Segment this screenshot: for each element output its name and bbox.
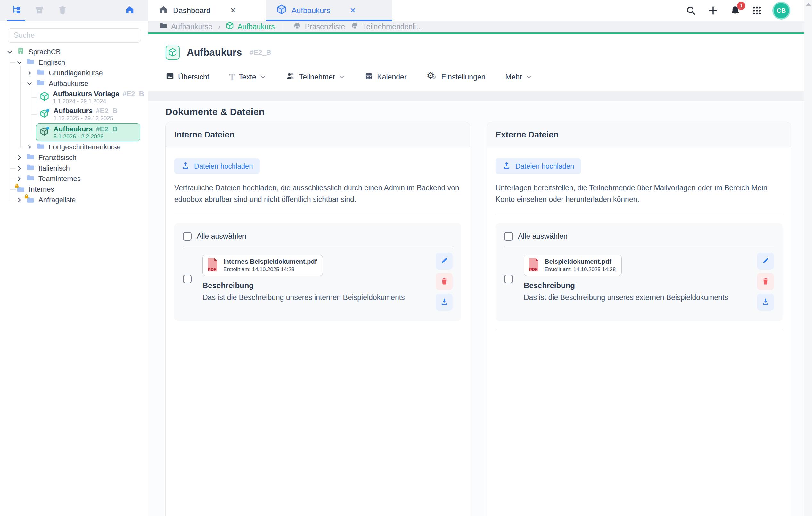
page-title: Aufbaukurs <box>187 47 242 58</box>
upload-icon <box>181 161 190 171</box>
print-tab-teilnehmendenliste[interactable]: Teilnehmendenli… <box>351 22 423 32</box>
download-file-button[interactable] <box>436 294 453 310</box>
tree-item-grundlagenkurse[interactable]: Grundlagenkurse <box>0 67 148 78</box>
print-tab-praesenzliste[interactable]: Präsenzliste <box>293 22 345 32</box>
notifications-bell-icon[interactable]: 1 <box>730 5 740 16</box>
internal-files-card: Interne Dateien Dateien hochladen Vertra… <box>165 122 470 516</box>
file-actions <box>436 252 453 310</box>
notification-badge: 1 <box>737 2 745 10</box>
breadcrumb-separator: › <box>218 23 221 31</box>
svg-text:PDF: PDF <box>208 267 216 272</box>
tree-item-label: Fortgeschrittenenkurse <box>49 143 121 151</box>
tree-item-englisch[interactable]: Englisch <box>0 57 148 67</box>
divider <box>495 328 783 329</box>
app-window: Dashboard ✕ Aufbaukurs ✕ 1 <box>0 0 812 516</box>
delete-file-button[interactable] <box>436 273 453 290</box>
documents-section: Dokumente & Dateien Interne Dateien Date… <box>148 101 804 516</box>
breadcrumb-current[interactable]: Aufbaukurs <box>226 22 274 32</box>
add-icon[interactable] <box>707 5 719 16</box>
file-row: PDF Beispieldokument.pdf Erstellt am: 14… <box>504 255 774 302</box>
folder-icon <box>36 69 45 78</box>
close-tab-icon[interactable]: ✕ <box>230 6 236 15</box>
file-description: Das ist die Beschreibung unseres interne… <box>202 293 405 302</box>
download-file-button[interactable] <box>757 294 774 310</box>
tree-item-aufbaukurs-2026-selected[interactable]: Aufbaukurs#E2_B 5.1.2026 - 2.2.2026 <box>36 124 140 141</box>
tab-teilnehmer[interactable]: Teilnehmer <box>286 71 345 83</box>
tree-item-teaminternes[interactable]: Teaminternes <box>0 173 148 184</box>
tree-item-aufbaukurs-vorlage[interactable]: Aufbaukurs Vorlage#E2_B 1.1.2024 - 29.1.… <box>0 89 148 106</box>
tree-item-italienisch[interactable]: Italienisch <box>0 163 148 173</box>
tree-item-anfrageliste[interactable]: Anfrageliste <box>0 194 148 205</box>
main-content: Aufbaukurs #E2_B Übersicht T Texte Teiln… <box>148 34 804 516</box>
file-chip[interactable]: PDF Beispieldokument.pdf Erstellt am: 14… <box>524 255 622 276</box>
chevron-right-icon[interactable] <box>16 175 22 182</box>
chevron-down-icon <box>526 74 532 80</box>
file-checkbox[interactable] <box>183 275 192 283</box>
tree-item-label: Italienisch <box>38 164 70 172</box>
chevron-down-icon[interactable] <box>6 49 13 55</box>
course-id: #E2_B <box>122 90 144 98</box>
tab-kalender[interactable]: Kalender <box>365 72 406 82</box>
edit-file-button[interactable] <box>436 252 453 270</box>
divider <box>183 246 453 246</box>
locked-folder-icon <box>26 196 35 203</box>
chevron-right-icon[interactable] <box>16 197 22 203</box>
folder-icon <box>160 22 167 31</box>
pdf-file-icon: PDF <box>528 258 540 273</box>
course-dates: 1.12.2025 - 29.12.2025 <box>54 115 118 121</box>
upload-icon <box>502 161 511 171</box>
tree-item-aufbaukurs-2025[interactable]: Aufbaukurs#E2_B 1.12.2025 - 29.12.2025 <box>0 106 148 123</box>
sidebar-search-input[interactable] <box>8 28 141 43</box>
course-header: Aufbaukurs #E2_B Übersicht T Texte Teiln… <box>148 34 804 84</box>
search-icon[interactable] <box>686 5 696 16</box>
tree-item-internes[interactable]: Internes <box>0 184 148 194</box>
archive-tool-button[interactable] <box>35 0 44 21</box>
file-name: Beispieldokument.pdf <box>545 258 616 265</box>
chevron-right-icon[interactable] <box>16 155 22 161</box>
chevron-right-icon[interactable] <box>16 165 22 171</box>
upload-files-button[interactable]: Dateien hochladen <box>495 158 581 174</box>
file-checkbox[interactable] <box>504 275 513 283</box>
chevron-down-icon[interactable] <box>16 59 22 66</box>
breadcrumb-divider <box>284 23 284 31</box>
tab-aufbaukurs[interactable]: Aufbaukurs ✕ <box>266 0 393 21</box>
close-tab-icon[interactable]: ✕ <box>349 6 356 15</box>
home-tool-button[interactable] <box>125 0 135 21</box>
course-cube-icon <box>40 109 50 120</box>
tree-item-aufbaukurse[interactable]: Aufbaukurse <box>0 78 148 89</box>
avatar[interactable]: CB <box>774 3 789 18</box>
edit-file-button[interactable] <box>757 252 774 270</box>
apps-grid-icon[interactable] <box>752 5 762 16</box>
folder-icon <box>26 58 35 67</box>
overview-icon <box>166 72 174 82</box>
scroll-up-arrow-icon[interactable] <box>806 3 811 6</box>
select-all-checkbox[interactable] <box>504 232 513 241</box>
calendar-icon <box>365 72 373 82</box>
tree-view-tool-button[interactable] <box>11 0 21 21</box>
lock-icon <box>14 183 19 188</box>
tab-einstellungen[interactable]: ⚙⚙ Einstellungen <box>426 72 485 82</box>
chevron-down-icon[interactable] <box>26 80 33 87</box>
divider <box>495 215 783 215</box>
tree-item-label: SprachCB <box>29 48 61 56</box>
scrollbar[interactable] <box>804 0 812 516</box>
upload-files-button[interactable]: Dateien hochladen <box>174 158 260 174</box>
trash-tool-button[interactable] <box>58 0 67 21</box>
breadcrumb-folder[interactable]: Aufbaukurse <box>160 22 212 31</box>
tree-item-fortgeschrittenenkurse[interactable]: Fortgeschrittenenkurse <box>0 142 148 152</box>
participants-icon <box>286 71 295 83</box>
chevron-right-icon[interactable] <box>26 144 33 150</box>
chevron-right-icon[interactable] <box>26 70 33 76</box>
tab-texte[interactable]: T Texte <box>229 72 266 82</box>
tab-uebersicht[interactable]: Übersicht <box>166 72 209 82</box>
card-description: Unterlagen bereitstellen, die Teilnehmen… <box>495 182 783 205</box>
tree-item-sprachcb[interactable]: SprachCB <box>0 47 148 57</box>
tab-mehr[interactable]: Mehr <box>505 73 532 81</box>
tab-dashboard[interactable]: Dashboard ✕ <box>148 0 266 21</box>
file-chip[interactable]: PDF Internes Beispieldokument.pdf Erstel… <box>202 255 323 276</box>
tree-item-franzoesisch[interactable]: Französisch <box>0 152 148 163</box>
topbar-actions: 1 CB <box>686 0 789 21</box>
select-all-checkbox[interactable] <box>183 232 192 241</box>
delete-file-button[interactable] <box>757 273 774 290</box>
tree-item-label: Teaminternes <box>38 175 81 183</box>
